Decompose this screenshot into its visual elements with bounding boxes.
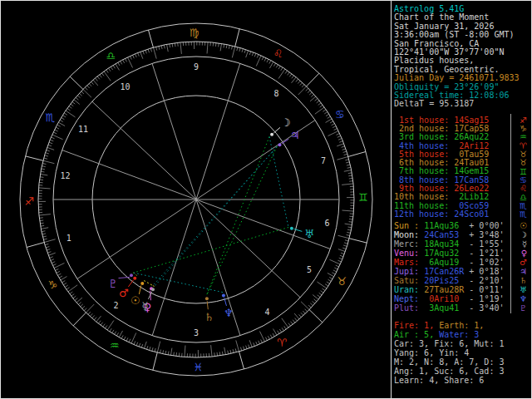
zodiac-glyph-cancer: ♋ bbox=[335, 108, 345, 121]
sidebar-planet-glyph-saturn: ♄ bbox=[520, 277, 527, 285]
planet-row: Jupi: 17Can26R + 0°18'♃ bbox=[394, 267, 530, 276]
planet-row: Moon: 24Can53 + 3°48'☽ bbox=[394, 230, 530, 239]
sidebar-planet-glyph-uranus: ♅ bbox=[520, 286, 527, 294]
info-sidebar: Astrolog 5.41GChart of the MomentSat Jan… bbox=[394, 1, 530, 385]
zodiac-glyph-aquarius: ♒ bbox=[110, 339, 120, 352]
house-number-12: 12 bbox=[60, 171, 70, 180]
planet-dot-mercury bbox=[151, 288, 155, 291]
sidebar-planet-glyph-moon: ☽ bbox=[520, 231, 527, 239]
house-cusp-line-12 bbox=[62, 150, 196, 200]
wheel-planet-glyph-pluto: ♇ bbox=[108, 278, 118, 290]
house-number-8: 8 bbox=[273, 89, 278, 98]
house-number-9: 9 bbox=[194, 62, 199, 71]
planet-row: Mars: 6Aqu19 - 1°02'♂ bbox=[394, 258, 530, 267]
planet-row: Merc: 18Aqu34 - 1°55'☿ bbox=[394, 239, 530, 249]
planet-dot-uranus bbox=[290, 227, 293, 230]
planet-dot-jupiter bbox=[278, 143, 281, 146]
house-cusp-row: 12th house: 24Sco01♏ bbox=[394, 210, 530, 219]
aspect-trine-moon-saturn bbox=[206, 136, 269, 295]
aspect-sextile-moon-uranus bbox=[269, 136, 288, 227]
zodiac-glyph-capricorn: ♑ bbox=[47, 278, 57, 291]
wheel-planet-glyph-mars: ♂ bbox=[119, 287, 129, 299]
house-cusp-line-2 bbox=[77, 200, 196, 278]
house-cusp-lines: 123456789101112 bbox=[53, 62, 339, 337]
house-number-7: 7 bbox=[321, 156, 326, 165]
planet-dot-pluto bbox=[130, 273, 133, 277]
planet-row: Plut: 3Aqu41 - 3°40'♇ bbox=[394, 303, 530, 313]
sidebar-planet-glyph-mercury: ☿ bbox=[522, 240, 527, 249]
astrolog-screen: ♈♉♊♋♌♍♎♏♐♑♒♓123456789101112♆♅♃☽♇♂☉♀☿♄ As… bbox=[0, 0, 532, 399]
aspect-conjunction-sun-mercury bbox=[144, 281, 154, 287]
wheel-planet-glyph-uranus: ♅ bbox=[304, 228, 314, 240]
house-sign-glyph: ♎ bbox=[520, 194, 527, 202]
house-cusp-line-3 bbox=[152, 200, 196, 336]
aspect-conjunction-mars-pluto bbox=[134, 273, 137, 275]
zodiac-glyph-scorpio: ♏ bbox=[46, 111, 56, 124]
planet-position-list: Sun : 11Aqu36 + 0°00'☉Moon: 24Can53 + 3°… bbox=[394, 221, 530, 313]
zodiac-glyph-sagittarius: ♐ bbox=[24, 195, 34, 208]
wheel-planet-glyph-moon: ☽ bbox=[281, 116, 291, 129]
planet-row: Nept: 0Ari10 - 1°19'♆ bbox=[394, 294, 530, 303]
chart-header-line: DeltaT = 95.3187 bbox=[394, 100, 530, 108]
sidebar-planet-glyph-sun: ☉ bbox=[520, 222, 527, 230]
wheel-planet-glyph-saturn: ♄ bbox=[204, 311, 214, 323]
aspect-quincunx-jupiter-mercury bbox=[155, 147, 277, 287]
house-number-3: 3 bbox=[194, 328, 199, 337]
aspect-trine-uranus-pluto bbox=[134, 227, 288, 273]
sidebar-divider bbox=[391, 1, 392, 398]
house-cusp-line-9 bbox=[196, 63, 240, 200]
house-number-4: 4 bbox=[265, 308, 270, 317]
planet-row: Venu: 17Aqu32 - 1°21'♀ bbox=[394, 249, 530, 258]
sidebar-planet-glyph-venus: ♀ bbox=[521, 249, 527, 258]
house-sign-glyph: ♒ bbox=[520, 133, 527, 141]
planet-dot-sun bbox=[140, 282, 144, 285]
zodiac-glyph-libra: ♎ bbox=[106, 50, 116, 62]
planet-dot-saturn bbox=[205, 297, 209, 300]
chart-header-line: 3:36:00am (ST -8:00 GMT) bbox=[394, 31, 530, 39]
planet-row: Sun : 11Aqu36 + 0°00'☉ bbox=[394, 221, 530, 230]
sidebar-planet-glyph-mars: ♂ bbox=[520, 259, 527, 267]
house-sign-glyph: ♌ bbox=[520, 185, 527, 193]
aspect-lines bbox=[134, 136, 288, 295]
chart-statistics: Fire: 1, Earth: 1,Air : 5, Water: 3Car: … bbox=[394, 322, 530, 385]
sidebar-planet-glyph-neptune: ♆ bbox=[520, 295, 527, 303]
house-number-2: 2 bbox=[114, 301, 119, 310]
zodiac-glyph-gemini: ♊ bbox=[358, 191, 368, 204]
house-sign-glyph: ♉ bbox=[520, 159, 527, 167]
wheel-planet-glyph-neptune: ♆ bbox=[224, 307, 234, 319]
zodiac-glyph-pisces: ♓ bbox=[194, 361, 204, 373]
sidebar-planet-glyph-jupiter: ♃ bbox=[520, 268, 527, 276]
house-number-10: 10 bbox=[120, 82, 130, 91]
house-number-1: 1 bbox=[66, 234, 71, 243]
house-number-6: 6 bbox=[324, 219, 329, 228]
zodiac-glyph-leo: ♌ bbox=[273, 47, 283, 60]
zodiac-glyph-virgo: ♍ bbox=[190, 27, 200, 39]
house-number-5: 5 bbox=[307, 265, 312, 274]
stat-line: Learn: 4, Share: 6 bbox=[394, 377, 530, 386]
zodiac-glyph-taurus: ♉ bbox=[337, 275, 347, 288]
sidebar-planet-glyph-pluto: ♇ bbox=[520, 304, 527, 313]
chart-header: Astrolog 5.41GChart of the MomentSat Jan… bbox=[394, 5, 530, 109]
planet-dot-neptune bbox=[222, 293, 225, 297]
house-cusp-line-6 bbox=[196, 200, 330, 249]
house-cusp-list: 1st house: 14Sag15♐ 2nd house: 17Cap58♑ … bbox=[394, 116, 530, 219]
planet-dot-mars bbox=[133, 277, 136, 280]
chart-header-line: Julian Day = 2461071.9833 bbox=[394, 74, 530, 82]
wheel-planet-glyph-jupiter: ♃ bbox=[290, 129, 300, 141]
house-number-11: 11 bbox=[78, 125, 88, 134]
planet-row: Satu: 20Pis25 - 2°10'♄ bbox=[394, 276, 530, 285]
chart-wheel: ♈♉♊♋♌♍♎♏♐♑♒♓123456789101112♆♅♃☽♇♂☉♀☿♄ bbox=[1, 1, 392, 398]
planet-row: Uran: 27Tau28R - 0°11'♅ bbox=[394, 285, 530, 294]
planet-dot-moon bbox=[270, 133, 273, 136]
wheel-planet-glyph-sun: ☉ bbox=[131, 294, 140, 307]
wheel-planet-glyph-mercury: ☿ bbox=[141, 300, 148, 313]
house-sign-glyph: ♏ bbox=[520, 210, 527, 219]
zodiac-glyph-aries: ♈ bbox=[277, 337, 287, 349]
